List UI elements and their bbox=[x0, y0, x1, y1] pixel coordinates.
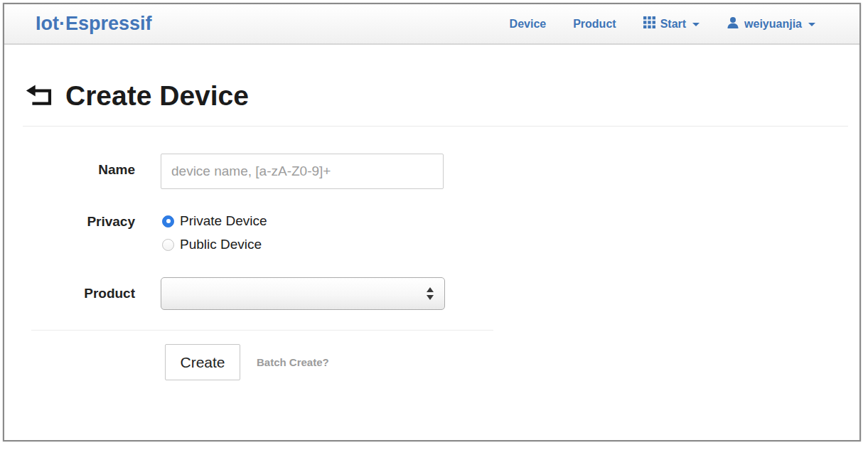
page-header: Create Device bbox=[4, 45, 859, 112]
name-field-row: Name bbox=[4, 154, 859, 189]
caret-down-icon bbox=[692, 23, 700, 26]
caret-down-icon bbox=[808, 23, 815, 26]
brand-logo[interactable]: Iot·Espressif bbox=[36, 13, 152, 35]
radio-option-private-device[interactable]: Private Device bbox=[162, 212, 267, 230]
back-arrow-icon[interactable] bbox=[24, 85, 54, 107]
nav-item-device[interactable]: Device bbox=[510, 18, 547, 31]
product-field-row: Product bbox=[4, 277, 859, 310]
privacy-field-row: Privacy Private Device Public Device bbox=[4, 212, 859, 259]
app-window: Iot·Espressif Device Product bbox=[3, 3, 861, 441]
main-content: Create Device Name Privacy Private Devic… bbox=[4, 45, 859, 380]
select-arrows-icon bbox=[427, 287, 434, 300]
nav-item-device-label: Device bbox=[510, 18, 547, 31]
nav-item-product-label: Product bbox=[573, 18, 616, 31]
radio-button-private[interactable] bbox=[162, 215, 174, 227]
navbar-links: Device Product Start bbox=[510, 16, 815, 32]
nav-item-start-dropdown[interactable]: Start bbox=[643, 16, 700, 31]
nav-item-user-dropdown[interactable]: weiyuanjia bbox=[727, 16, 815, 32]
create-device-form: Name Privacy Private Device Public Devic… bbox=[4, 127, 859, 380]
radio-option-public-device[interactable]: Public Device bbox=[162, 235, 267, 254]
nav-item-product[interactable]: Product bbox=[573, 18, 616, 31]
product-select[interactable] bbox=[161, 277, 445, 310]
create-button[interactable]: Create bbox=[165, 344, 240, 380]
user-icon bbox=[727, 16, 739, 32]
page-title: Create Device bbox=[65, 80, 249, 112]
form-divider bbox=[31, 330, 493, 331]
radio-button-public[interactable] bbox=[162, 239, 174, 251]
name-label: Name bbox=[4, 154, 135, 189]
nav-item-start-label: Start bbox=[660, 18, 686, 31]
device-name-input[interactable] bbox=[161, 154, 444, 189]
batch-create-link[interactable]: Batch Create? bbox=[257, 356, 329, 368]
privacy-label: Privacy bbox=[4, 212, 135, 259]
navbar: Iot·Espressif Device Product bbox=[4, 4, 859, 45]
nav-item-user-label: weiyuanjia bbox=[744, 18, 802, 31]
form-actions: Create Batch Create? bbox=[165, 344, 859, 380]
radio-label-public: Public Device bbox=[180, 237, 262, 252]
product-label: Product bbox=[4, 277, 135, 310]
radio-label-private: Private Device bbox=[180, 213, 267, 229]
grid-icon bbox=[643, 16, 655, 31]
